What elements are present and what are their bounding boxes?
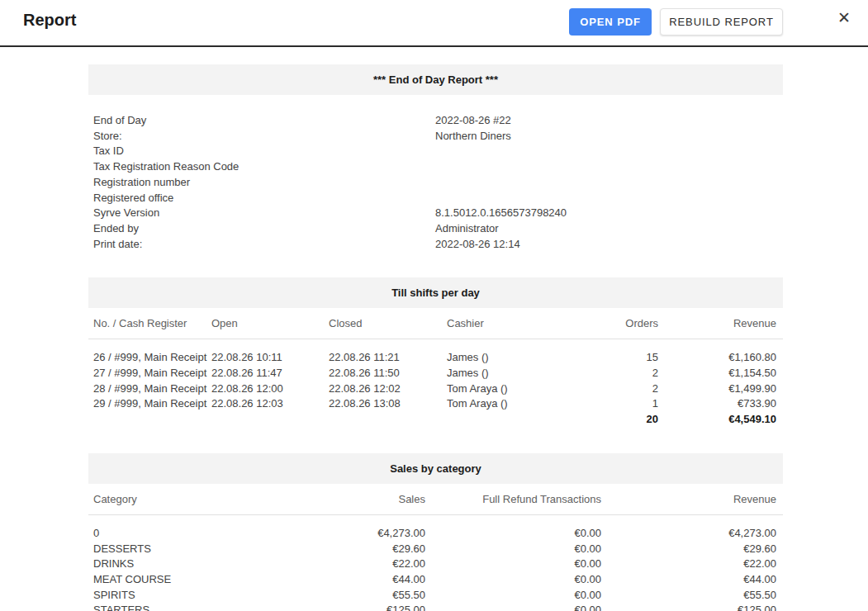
cell-sales: €125.00 <box>277 603 425 611</box>
info-label: Tax ID <box>93 144 435 159</box>
cell-closed: 22.08.26 12:02 <box>329 381 447 397</box>
info-row: Syrve Version8.1.5012.0.1656573798240 <box>93 206 776 221</box>
cell-refunds: €0.00 <box>425 588 601 604</box>
table-row: DRINKS €22.00 €0.00 €22.00 <box>88 557 783 572</box>
info-label: End of Day <box>93 113 435 129</box>
cell-closed: 22.08.26 11:21 <box>329 350 447 366</box>
close-icon[interactable]: ✕ <box>832 6 856 29</box>
cell-revenue: €1,499.90 <box>658 381 776 397</box>
info-row: Print date:2022-08-26 12:14 <box>93 237 776 253</box>
table-row: 29 / #999, Main Receipt 22.08.26 12:03 2… <box>88 396 783 412</box>
table-row: MEAT COURSE €44.00 €0.00 €44.00 <box>88 572 783 588</box>
table-row: 27 / #999, Main Receipt 22.08.26 11:47 2… <box>88 366 783 381</box>
column-header: Orders <box>563 317 658 329</box>
cell-revenue: €1,154.50 <box>658 366 776 381</box>
table-row: DESSERTS €29.60 €0.00 €29.60 <box>88 542 783 557</box>
cell-sales: €44.00 <box>277 572 425 588</box>
section-header-till-shifts: Till shifts per day <box>88 277 783 308</box>
info-value: Administrator <box>435 221 776 237</box>
column-header: Revenue <box>658 317 776 329</box>
column-header: Closed <box>329 317 447 329</box>
cell-category: DESSERTS <box>93 542 277 557</box>
info-row: End of Day2022-08-26 #22 <box>93 113 776 129</box>
table-row: SPIRITS €55.50 €0.00 €55.50 <box>88 588 783 604</box>
cell-category: DRINKS <box>93 557 277 572</box>
cell-category: SPIRITS <box>93 588 277 604</box>
open-pdf-button[interactable]: OPEN PDF <box>569 8 652 36</box>
column-header: Revenue <box>601 493 776 505</box>
table-totals-row: 20 €4,549.10 <box>88 412 783 428</box>
cell-closed: 22.08.26 11:50 <box>329 366 447 381</box>
totals-orders: 20 <box>563 412 658 428</box>
info-row: Ended byAdministrator <box>93 221 776 237</box>
cell-sales: €55.50 <box>277 588 425 604</box>
cell-orders: 1 <box>563 396 658 412</box>
cell-revenue: €1,160.80 <box>658 350 776 366</box>
report-body: *** End of Day Report *** End of Day2022… <box>88 64 783 611</box>
cell-cash-register: 26 / #999, Main Receipt <box>93 350 211 366</box>
section-header-end-of-day: *** End of Day Report *** <box>88 64 783 95</box>
cell-open: 22.08.26 12:00 <box>211 381 329 397</box>
cell-cashier: Tom Araya () <box>447 381 563 397</box>
cell-revenue: €55.50 <box>601 588 776 604</box>
cell-refunds: €0.00 <box>425 557 601 572</box>
column-header: Cashier <box>447 317 563 329</box>
cell-open: 22.08.26 11:47 <box>211 366 329 381</box>
info-value: 2022-08-26 12:14 <box>435 237 776 253</box>
info-label: Registration number <box>93 175 435 191</box>
rebuild-report-button[interactable]: REBUILD REPORT <box>660 8 783 36</box>
cell-revenue: €4,273.00 <box>601 526 776 542</box>
cell-revenue: €22.00 <box>601 557 776 572</box>
report-info-block: End of Day2022-08-26 #22 Store:Northern … <box>88 113 783 252</box>
cell-category: MEAT COURSE <box>93 572 277 588</box>
column-header: No. / Cash Register <box>93 317 211 329</box>
cell-cash-register: 29 / #999, Main Receipt <box>93 396 211 412</box>
info-label: Tax Registration Reason Code <box>93 159 435 175</box>
info-value <box>435 159 776 175</box>
cell-cashier: Tom Araya () <box>447 396 563 412</box>
cell-orders: 15 <box>563 350 658 366</box>
till-shifts-table-header: No. / Cash Register Open Closed Cashier … <box>88 308 783 339</box>
totals-revenue: €4,549.10 <box>658 412 776 428</box>
cell-revenue: €29.60 <box>601 542 776 557</box>
cell-cashier: James () <box>447 350 563 366</box>
cell-revenue: €125.00 <box>601 603 776 611</box>
info-label: Store: <box>93 129 435 144</box>
column-header: Category <box>93 493 277 505</box>
modal-header: Report OPEN PDF REBUILD REPORT ✕ <box>0 0 868 47</box>
cell-category: STARTERS <box>93 603 277 611</box>
cell-open: 22.08.26 10:11 <box>211 350 329 366</box>
info-row: Registered office <box>93 191 776 206</box>
table-row: 0 €4,273.00 €0.00 €4,273.00 <box>88 526 783 542</box>
till-shifts-table-body: 26 / #999, Main Receipt 22.08.26 10:11 2… <box>88 339 783 428</box>
cell-open: 22.08.26 12:03 <box>211 396 329 412</box>
table-row: STARTERS €125.00 €0.00 €125.00 <box>88 603 783 611</box>
column-header: Sales <box>277 493 425 505</box>
info-row: Registration number <box>93 175 776 191</box>
page-title: Report <box>23 11 76 30</box>
section-header-sales-by-category: Sales by category <box>88 453 783 484</box>
sales-table-body: 0 €4,273.00 €0.00 €4,273.00 DESSERTS €29… <box>88 515 783 611</box>
info-row: Tax ID <box>93 144 776 159</box>
cell-orders: 2 <box>563 381 658 397</box>
cell-cashier: James () <box>447 366 563 381</box>
info-row: Tax Registration Reason Code <box>93 159 776 175</box>
cell-refunds: €0.00 <box>425 603 601 611</box>
info-label: Print date: <box>93 237 435 253</box>
cell-cash-register: 27 / #999, Main Receipt <box>93 366 211 381</box>
cell-revenue: €44.00 <box>601 572 776 588</box>
cell-orders: 2 <box>563 366 658 381</box>
cell-refunds: €0.00 <box>425 526 601 542</box>
info-value: 2022-08-26 #22 <box>435 113 776 129</box>
info-label: Ended by <box>93 221 435 237</box>
column-header: Full Refund Transactions <box>425 493 601 505</box>
info-label: Syrve Version <box>93 206 435 221</box>
info-value <box>435 144 776 159</box>
info-row: Store:Northern Diners <box>93 129 776 144</box>
info-value <box>435 175 776 191</box>
cell-category: 0 <box>93 526 277 542</box>
cell-cash-register: 28 / #999, Main Receipt <box>93 381 211 397</box>
info-value: 8.1.5012.0.1656573798240 <box>435 206 776 221</box>
cell-closed: 22.08.26 13:08 <box>329 396 447 412</box>
cell-refunds: €0.00 <box>425 572 601 588</box>
